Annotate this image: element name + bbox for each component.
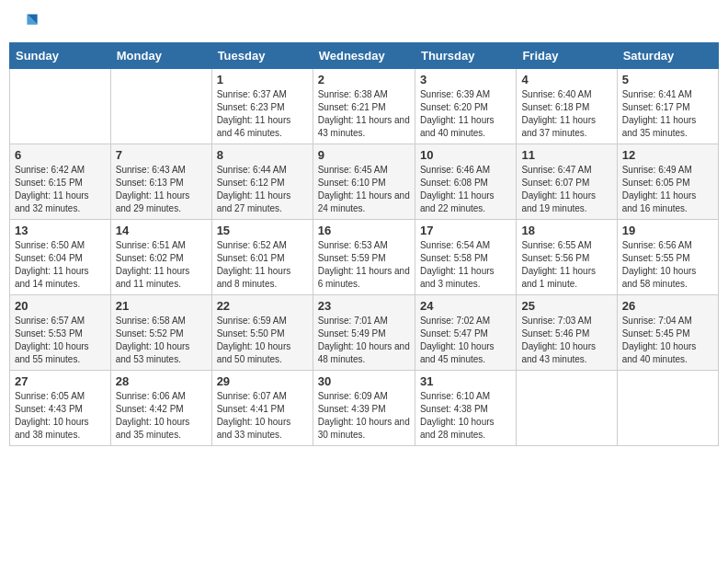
day-number: 17 (420, 224, 511, 237)
calendar-cell: 31Sunrise: 6:10 AM Sunset: 4:38 PM Dayli… (415, 371, 516, 446)
calendar-cell: 7Sunrise: 6:43 AM Sunset: 6:13 PM Daylig… (110, 144, 211, 220)
header-monday: Monday (110, 43, 211, 69)
day-number: 22 (217, 299, 308, 313)
calendar-cell (110, 69, 211, 144)
calendar-cell: 15Sunrise: 6:52 AM Sunset: 6:01 PM Dayli… (211, 220, 313, 295)
calendar-cell: 4Sunrise: 6:40 AM Sunset: 6:18 PM Daylig… (517, 69, 617, 144)
day-info: Sunrise: 6:41 AM Sunset: 6:17 PM Dayligh… (622, 88, 713, 140)
calendar-cell: 10Sunrise: 6:46 AM Sunset: 6:08 PM Dayli… (415, 144, 516, 220)
calendar-cell: 1Sunrise: 6:37 AM Sunset: 6:23 PM Daylig… (211, 69, 313, 144)
day-info: Sunrise: 6:53 AM Sunset: 5:59 PM Dayligh… (318, 239, 410, 291)
calendar-cell: 11Sunrise: 6:47 AM Sunset: 6:07 PM Dayli… (517, 144, 617, 220)
day-info: Sunrise: 6:56 AM Sunset: 5:55 PM Dayligh… (622, 239, 713, 291)
calendar-cell: 5Sunrise: 6:41 AM Sunset: 6:17 PM Daylig… (617, 69, 718, 144)
day-number: 25 (521, 299, 611, 313)
calendar-week-2: 6Sunrise: 6:42 AM Sunset: 6:15 PM Daylig… (10, 144, 719, 220)
calendar-week-5: 27Sunrise: 6:05 AM Sunset: 4:43 PM Dayli… (10, 371, 719, 446)
day-number: 16 (318, 224, 410, 237)
day-info: Sunrise: 6:49 AM Sunset: 6:05 PM Dayligh… (622, 164, 713, 215)
day-info: Sunrise: 6:52 AM Sunset: 6:01 PM Dayligh… (217, 239, 308, 291)
day-info: Sunrise: 6:59 AM Sunset: 5:50 PM Dayligh… (217, 315, 308, 366)
day-number: 20 (15, 299, 106, 313)
day-number: 29 (217, 374, 308, 388)
calendar: SundayMondayTuesdayWednesdayThursdayFrid… (9, 42, 719, 446)
calendar-cell: 13Sunrise: 6:50 AM Sunset: 6:04 PM Dayli… (10, 220, 111, 295)
day-info: Sunrise: 6:07 AM Sunset: 4:41 PM Dayligh… (217, 390, 308, 442)
header-wednesday: Wednesday (313, 43, 415, 69)
calendar-cell: 27Sunrise: 6:05 AM Sunset: 4:43 PM Dayli… (10, 371, 111, 446)
day-number: 15 (217, 224, 308, 237)
calendar-cell: 21Sunrise: 6:58 AM Sunset: 5:52 PM Dayli… (110, 295, 211, 371)
day-info: Sunrise: 6:05 AM Sunset: 4:43 PM Dayligh… (15, 390, 106, 442)
day-number: 4 (521, 73, 611, 86)
calendar-cell: 17Sunrise: 6:54 AM Sunset: 5:58 PM Dayli… (415, 220, 516, 295)
calendar-cell (617, 371, 718, 446)
calendar-week-3: 13Sunrise: 6:50 AM Sunset: 6:04 PM Dayli… (10, 220, 719, 295)
day-number: 19 (622, 224, 713, 237)
calendar-cell: 28Sunrise: 6:06 AM Sunset: 4:42 PM Dayli… (110, 371, 211, 446)
calendar-cell: 16Sunrise: 6:53 AM Sunset: 5:59 PM Dayli… (313, 220, 415, 295)
header-sunday: Sunday (10, 43, 111, 69)
calendar-cell: 20Sunrise: 6:57 AM Sunset: 5:53 PM Dayli… (10, 295, 111, 371)
day-number: 14 (116, 224, 207, 237)
calendar-cell: 8Sunrise: 6:44 AM Sunset: 6:12 PM Daylig… (211, 144, 313, 220)
calendar-cell (10, 69, 111, 144)
day-info: Sunrise: 7:01 AM Sunset: 5:49 PM Dayligh… (318, 315, 410, 366)
day-number: 30 (318, 374, 410, 388)
day-number: 21 (116, 299, 207, 313)
day-number: 3 (420, 73, 511, 86)
logo (13, 9, 42, 35)
day-number: 13 (15, 224, 106, 237)
day-number: 26 (622, 299, 713, 313)
header-friday: Friday (517, 43, 617, 69)
calendar-week-4: 20Sunrise: 6:57 AM Sunset: 5:53 PM Dayli… (10, 295, 719, 371)
header-saturday: Saturday (617, 43, 718, 69)
calendar-cell: 12Sunrise: 6:49 AM Sunset: 6:05 PM Dayli… (617, 144, 718, 220)
day-info: Sunrise: 6:50 AM Sunset: 6:04 PM Dayligh… (15, 239, 106, 291)
calendar-cell: 30Sunrise: 6:09 AM Sunset: 4:39 PM Dayli… (313, 371, 415, 446)
day-info: Sunrise: 7:03 AM Sunset: 5:46 PM Dayligh… (521, 315, 611, 366)
day-number: 31 (420, 374, 511, 388)
day-info: Sunrise: 6:51 AM Sunset: 6:02 PM Dayligh… (116, 239, 207, 291)
calendar-header-row: SundayMondayTuesdayWednesdayThursdayFrid… (10, 43, 719, 69)
day-number: 27 (15, 374, 106, 388)
calendar-cell: 22Sunrise: 6:59 AM Sunset: 5:50 PM Dayli… (211, 295, 313, 371)
day-info: Sunrise: 6:06 AM Sunset: 4:42 PM Dayligh… (116, 390, 207, 442)
header-thursday: Thursday (415, 43, 516, 69)
page-header (9, 9, 719, 35)
calendar-cell: 2Sunrise: 6:38 AM Sunset: 6:21 PM Daylig… (313, 69, 415, 144)
day-number: 12 (622, 148, 713, 162)
day-info: Sunrise: 6:45 AM Sunset: 6:10 PM Dayligh… (318, 164, 410, 215)
day-info: Sunrise: 6:10 AM Sunset: 4:38 PM Dayligh… (420, 390, 511, 442)
day-number: 6 (15, 148, 106, 162)
day-number: 1 (217, 73, 308, 86)
calendar-cell (517, 371, 617, 446)
calendar-week-1: 1Sunrise: 6:37 AM Sunset: 6:23 PM Daylig… (10, 69, 719, 144)
day-info: Sunrise: 6:55 AM Sunset: 5:56 PM Dayligh… (521, 239, 611, 291)
calendar-cell: 26Sunrise: 7:04 AM Sunset: 5:45 PM Dayli… (617, 295, 718, 371)
day-info: Sunrise: 6:47 AM Sunset: 6:07 PM Dayligh… (521, 164, 611, 215)
calendar-cell: 19Sunrise: 6:56 AM Sunset: 5:55 PM Dayli… (617, 220, 718, 295)
day-info: Sunrise: 6:57 AM Sunset: 5:53 PM Dayligh… (15, 315, 106, 366)
calendar-cell: 29Sunrise: 6:07 AM Sunset: 4:41 PM Dayli… (211, 371, 313, 446)
day-number: 28 (116, 374, 207, 388)
day-info: Sunrise: 6:54 AM Sunset: 5:58 PM Dayligh… (420, 239, 511, 291)
day-info: Sunrise: 6:37 AM Sunset: 6:23 PM Dayligh… (217, 88, 308, 140)
calendar-cell: 14Sunrise: 6:51 AM Sunset: 6:02 PM Dayli… (110, 220, 211, 295)
header-tuesday: Tuesday (211, 43, 313, 69)
day-info: Sunrise: 6:09 AM Sunset: 4:39 PM Dayligh… (318, 390, 410, 442)
day-info: Sunrise: 6:44 AM Sunset: 6:12 PM Dayligh… (217, 164, 308, 215)
day-info: Sunrise: 6:38 AM Sunset: 6:21 PM Dayligh… (318, 88, 410, 140)
day-info: Sunrise: 6:46 AM Sunset: 6:08 PM Dayligh… (420, 164, 511, 215)
day-number: 18 (521, 224, 611, 237)
day-info: Sunrise: 7:02 AM Sunset: 5:47 PM Dayligh… (420, 315, 511, 366)
day-number: 5 (622, 73, 713, 86)
day-info: Sunrise: 7:04 AM Sunset: 5:45 PM Dayligh… (622, 315, 713, 366)
day-number: 8 (217, 148, 308, 162)
day-info: Sunrise: 6:42 AM Sunset: 6:15 PM Dayligh… (15, 164, 106, 215)
logo-icon (13, 9, 39, 35)
calendar-cell: 18Sunrise: 6:55 AM Sunset: 5:56 PM Dayli… (517, 220, 617, 295)
day-number: 9 (318, 148, 410, 162)
calendar-cell: 9Sunrise: 6:45 AM Sunset: 6:10 PM Daylig… (313, 144, 415, 220)
calendar-cell: 25Sunrise: 7:03 AM Sunset: 5:46 PM Dayli… (517, 295, 617, 371)
